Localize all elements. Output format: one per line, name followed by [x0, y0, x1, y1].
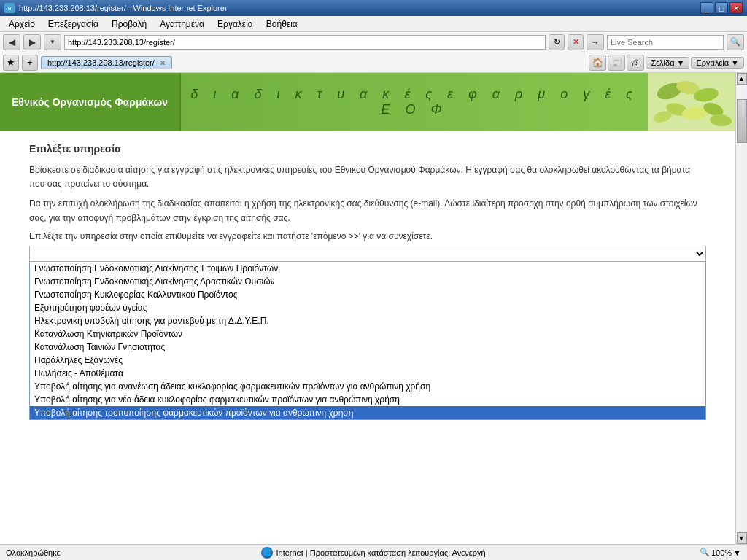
window-title: http://143.233.208.13/register/ - Window… — [19, 4, 228, 12]
tools-label: Εργαλεία — [696, 58, 729, 67]
feeds-button[interactable]: 📰 — [608, 55, 625, 71]
toolbar-right: 🏠 📰 🖨 Σελίδα ▼ Εργαλεία ▼ — [589, 55, 744, 71]
service-item-11[interactable]: Υποβολή αίτησης τροποποίησης φαρμακευτικ… — [30, 406, 705, 419]
tab-bar: http://143.233.208.13/register/ ✕ — [41, 56, 172, 69]
site-tagline: δ ι α δ ι κ τ υ α κ έ ς ε φ α ρ μ ο γ έ … — [181, 87, 648, 117]
restore-button[interactable]: ◻ — [715, 2, 728, 14]
back-button[interactable]: ◀ — [3, 34, 20, 50]
site-logo: Εθνικός Οργανισμός Φαρμάκων — [0, 73, 181, 131]
service-item-0[interactable]: Γνωστοποίηση Ενδοκοινοτικής Διακίνησης Έ… — [30, 262, 705, 275]
print-button[interactable]: 🖨 — [627, 55, 644, 71]
go-button[interactable]: → — [587, 34, 604, 50]
logo-text: Εθνικός Οργανισμός Φαρμάκων — [12, 96, 168, 108]
menu-edit[interactable]: Επεξεργασία — [42, 18, 104, 31]
close-button[interactable]: ✕ — [729, 2, 743, 14]
dropdown-container: Γνωστοποίηση Ενδοκοινοτικής Διακίνησης Έ… — [29, 246, 706, 420]
menu-bar: Αρχείο Επεξεργασία Προβολή Αγαπημένα Εργ… — [0, 16, 747, 32]
search-input[interactable] — [607, 35, 724, 50]
page-menu-button[interactable]: Σελίδα ▼ — [646, 57, 689, 69]
active-tab[interactable]: http://143.233.208.13/register/ ✕ — [41, 56, 172, 69]
minimize-button[interactable]: _ — [700, 2, 713, 14]
page-dropdown-icon: ▼ — [677, 58, 685, 67]
forward-button[interactable]: ▶ — [23, 34, 41, 50]
stop-button[interactable]: ✕ — [568, 34, 584, 50]
header-image — [648, 73, 735, 131]
service-item-6[interactable]: Κατανάλωση Ταινιών Γνησιότητας — [30, 341, 705, 354]
service-item-3[interactable]: Εξυπηρέτηση φορέων υγείας — [30, 301, 705, 314]
service-item-9[interactable]: Υποβολή αίτησης για ανανέωση άδειας κυκλ… — [30, 380, 705, 393]
title-bar: e http://143.233.208.13/register/ - Wind… — [0, 0, 747, 16]
tools-menu-button[interactable]: Εργαλεία ▼ — [691, 57, 744, 69]
service-item-4[interactable]: Ηλεκτρονική υποβολή αίτησης για ραντεβού… — [30, 314, 705, 327]
service-item-1[interactable]: Γνωστοποίηση Ενδοκοινοτικής Διακίνησης Δ… — [30, 275, 705, 288]
scroll-up-button[interactable]: ▲ — [737, 73, 747, 85]
service-item-7[interactable]: Παράλληλες Εξαγωγές — [30, 354, 705, 367]
refresh-button[interactable]: ↻ — [549, 34, 565, 50]
address-input[interactable] — [64, 35, 546, 50]
dropdown-button[interactable]: ▼ — [44, 34, 61, 50]
add-favorites-button[interactable]: + — [22, 55, 38, 71]
menu-tools[interactable]: Εργαλεία — [212, 18, 259, 31]
address-bar: ◀ ▶ ▼ ↻ ✕ → 🔍 — [0, 32, 747, 52]
service-item-8[interactable]: Πωλήσεις - Αποθέματα — [30, 367, 705, 380]
service-item-5[interactable]: Κατανάλωση Κτηνιατρικών Προϊόντων — [30, 327, 705, 341]
toolbar2: ★ + http://143.233.208.13/register/ ✕ 🏠 … — [0, 52, 747, 73]
info-paragraph-2: Για την επιτυχή ολοκλήρωση της διαδικασί… — [29, 197, 706, 225]
menu-view[interactable]: Προβολή — [106, 18, 152, 31]
select-label: Επιλέξτε την υπηρεσία στην οποία επιθυμε… — [29, 231, 706, 241]
site-header: Εθνικός Οργανισμός Φαρμάκων δ ι α δ ι κ … — [0, 73, 735, 131]
window-controls: _ ◻ ✕ — [700, 2, 743, 14]
page-title: Επιλέξτε υπηρεσία — [29, 143, 706, 155]
pills-image — [648, 73, 735, 131]
main-content: Επιλέξτε υπηρεσία Βρίσκεστε σε διαδικασί… — [0, 131, 735, 432]
tab-title: http://143.233.208.13/register/ — [47, 58, 155, 67]
favorites-star-button[interactable]: ★ — [3, 55, 19, 71]
browser-content: Εθνικός Οργανισμός Φαρμάκων δ ι α δ ι κ … — [0, 73, 747, 544]
tab-close-button[interactable]: ✕ — [160, 59, 166, 67]
info-paragraph-1: Βρίσκεστε σε διαδικασία αίτησης για εγγρ… — [29, 163, 706, 191]
page-content: Εθνικός Οργανισμός Φαρμάκων δ ι α δ ι κ … — [0, 73, 735, 544]
service-select[interactable] — [29, 246, 706, 262]
scrollbar[interactable]: ▲ ▼ — [735, 73, 747, 544]
menu-file[interactable]: Αρχείο — [3, 18, 41, 31]
menu-help[interactable]: Βοήθεια — [260, 18, 303, 31]
page-label: Σελίδα — [651, 58, 674, 67]
tools-dropdown-icon: ▼ — [731, 58, 739, 67]
search-button[interactable]: 🔍 — [727, 34, 744, 50]
home-button[interactable]: 🏠 — [589, 55, 606, 71]
scroll-down-button[interactable]: ▼ — [737, 532, 747, 544]
menu-favorites[interactable]: Αγαπημένα — [154, 18, 210, 31]
service-item-10[interactable]: Υποβολή αίτησης για νέα άδεια κυκλοφορία… — [30, 393, 705, 406]
dropdown-list: Γνωστοποίηση Ενδοκοινοτικής Διακίνησης Έ… — [29, 262, 706, 420]
ie-icon: e — [4, 3, 15, 13]
scroll-thumb[interactable] — [737, 99, 747, 143]
service-item-2[interactable]: Γνωστοποίηση Κυκλοφορίας Καλλυντικού Προ… — [30, 288, 705, 301]
